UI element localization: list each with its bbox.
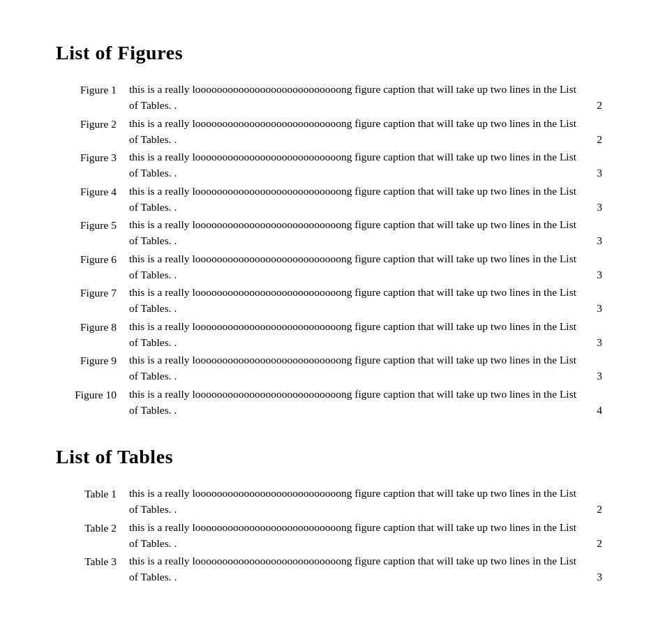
- entry-label: Figure 6: [56, 250, 129, 267]
- entry-label: Table 2: [56, 519, 129, 536]
- entry-page: 4: [583, 402, 602, 418]
- list-item: Figure 9this is a really loooooooooooooo…: [56, 352, 602, 384]
- entry-page: 3: [583, 267, 602, 283]
- entry-label: Figure 1: [56, 81, 129, 98]
- list-item: Figure 1this is a really loooooooooooooo…: [56, 81, 602, 114]
- entry-page: 3: [583, 368, 602, 384]
- entry-label: Figure 3: [56, 149, 129, 165]
- entry-label: Figure 9: [56, 352, 129, 368]
- list-item: Figure 3this is a really loooooooooooooo…: [56, 149, 602, 181]
- entry-caption: this is a really loooooooooooooooooooooo…: [129, 553, 583, 585]
- entry-page: 3: [583, 232, 602, 248]
- list-item: Figure 6this is a really loooooooooooooo…: [56, 250, 602, 283]
- entry-caption: this is a really loooooooooooooooooooooo…: [129, 183, 583, 216]
- entry-label: Figure 8: [56, 318, 129, 335]
- list-item: Table 3this is a really looooooooooooooo…: [56, 553, 602, 585]
- list-item: Figure 10this is a really looooooooooooo…: [56, 386, 602, 419]
- entry-caption: this is a really loooooooooooooooooooooo…: [129, 115, 583, 148]
- entry-page: 3: [583, 334, 602, 350]
- entry-caption: this is a really loooooooooooooooooooooo…: [129, 386, 583, 419]
- list-item: Figure 8this is a really loooooooooooooo…: [56, 318, 602, 351]
- entry-caption: this is a really loooooooooooooooooooooo…: [129, 149, 583, 181]
- entry-page: 2: [583, 97, 602, 113]
- entry-caption: this is a really loooooooooooooooooooooo…: [129, 284, 583, 317]
- entry-label: Figure 7: [56, 284, 129, 301]
- entry-page: 2: [583, 501, 602, 517]
- entry-label: Figure 5: [56, 216, 129, 233]
- entry-page: 2: [583, 535, 602, 551]
- list-item: Figure 2this is a really loooooooooooooo…: [56, 115, 602, 148]
- tables-list: Table 1this is a really looooooooooooooo…: [56, 485, 602, 585]
- entry-page: 3: [583, 300, 602, 316]
- entry-caption: this is a really loooooooooooooooooooooo…: [129, 485, 583, 518]
- entry-page: 3: [583, 199, 602, 215]
- entry-page: 3: [583, 165, 602, 181]
- list-item: Figure 5this is a really loooooooooooooo…: [56, 216, 602, 249]
- entry-caption: this is a really loooooooooooooooooooooo…: [129, 318, 583, 351]
- figures-section-title: List of Figures: [56, 42, 602, 64]
- entry-caption: this is a really loooooooooooooooooooooo…: [129, 216, 583, 249]
- list-item: Figure 7this is a really loooooooooooooo…: [56, 284, 602, 317]
- entry-page: 2: [583, 131, 602, 147]
- entry-page: 3: [583, 569, 602, 585]
- entry-caption: this is a really loooooooooooooooooooooo…: [129, 81, 583, 114]
- list-item: Table 2this is a really looooooooooooooo…: [56, 519, 602, 552]
- entry-label: Table 1: [56, 485, 129, 502]
- entry-caption: this is a really loooooooooooooooooooooo…: [129, 352, 583, 384]
- list-item: Figure 4this is a really loooooooooooooo…: [56, 183, 602, 216]
- entry-label: Table 3: [56, 553, 129, 569]
- entry-caption: this is a really loooooooooooooooooooooo…: [129, 519, 583, 552]
- figures-list: Figure 1this is a really loooooooooooooo…: [56, 81, 602, 418]
- entry-label: Figure 4: [56, 183, 129, 200]
- tables-section-title: List of Tables: [56, 446, 602, 468]
- entry-label: Figure 2: [56, 115, 129, 132]
- entry-label: Figure 10: [56, 386, 129, 403]
- entry-caption: this is a really loooooooooooooooooooooo…: [129, 250, 583, 283]
- list-item: Table 1this is a really looooooooooooooo…: [56, 485, 602, 518]
